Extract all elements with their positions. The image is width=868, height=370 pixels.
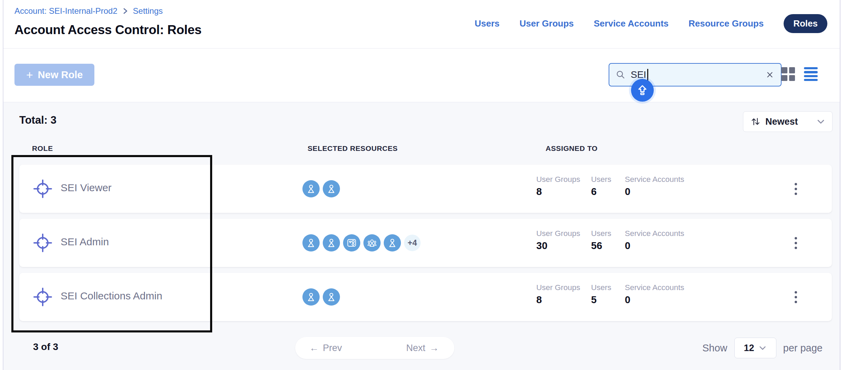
assigned-user-groups: User Groups 8 xyxy=(536,283,580,306)
search-input[interactable]: SEI xyxy=(631,69,646,80)
column-header-selected-resources: SELECTED RESOURCES xyxy=(308,144,398,153)
assigned-service-accounts: Service Accounts 0 xyxy=(625,283,684,306)
breadcrumb-chevron-icon xyxy=(122,8,128,14)
assigned-service-accounts: Service Accounts 0 xyxy=(625,175,684,197)
app-frame: Account: SEI-Internal-Prod2 Settings Acc… xyxy=(3,0,840,370)
page-title: Account Access Control: Roles xyxy=(14,23,202,37)
resource-user-icon xyxy=(323,180,340,197)
resource-user-icon xyxy=(323,234,340,251)
total-count: Total: 3 xyxy=(19,114,56,126)
role-name: SEI Admin xyxy=(61,236,109,248)
roles-list: SEI Viewer User Groups 8 Users 6 Service… xyxy=(19,165,832,327)
row-menu-button[interactable] xyxy=(789,179,803,198)
resource-user-icon xyxy=(384,234,401,251)
arrow-right-icon: → xyxy=(430,343,439,353)
toolbar: + New Role SEI xyxy=(3,49,840,102)
role-crosshair-icon xyxy=(32,178,54,200)
assigned-user-groups: User Groups 30 xyxy=(536,229,580,251)
tab-user-groups[interactable]: User Groups xyxy=(519,18,574,29)
assigned-service-accounts: Service Accounts 0 xyxy=(625,229,684,251)
selected-resources xyxy=(302,288,340,306)
list-view-icon[interactable] xyxy=(803,66,818,82)
assigned-user-groups: User Groups 8 xyxy=(536,175,580,197)
role-name: SEI Collections Admin xyxy=(61,290,162,302)
grid-view-icon[interactable] xyxy=(781,66,796,82)
sort-arrows-icon xyxy=(750,116,761,127)
page-size-control: Show 12 per page xyxy=(702,337,823,359)
role-name: SEI Viewer xyxy=(61,182,112,194)
selected-resources: +4 xyxy=(302,234,421,251)
row-menu-button[interactable] xyxy=(789,233,803,253)
plus-icon: + xyxy=(26,69,33,81)
more-resources-badge[interactable]: +4 xyxy=(404,235,421,251)
resource-user-icon xyxy=(302,288,320,306)
page-header: Account: SEI-Internal-Prod2 Settings Acc… xyxy=(3,0,840,49)
breadcrumb-account-link[interactable]: Account: SEI-Internal-Prod2 xyxy=(14,6,117,16)
role-crosshair-icon xyxy=(32,232,54,254)
sort-dropdown[interactable]: Newest xyxy=(743,111,833,132)
role-row-sei-admin[interactable]: SEI Admin +4 User Groups 30 Users 56 xyxy=(19,219,832,267)
resource-dashboard-icon xyxy=(343,234,360,251)
role-crosshair-icon xyxy=(32,286,54,308)
resource-user-icon xyxy=(323,288,340,306)
column-header-assigned-to: ASSIGNED TO xyxy=(546,144,598,153)
resource-user-group-icon xyxy=(363,234,381,251)
tab-service-accounts[interactable]: Service Accounts xyxy=(594,18,669,29)
page-range: 3 of 3 xyxy=(33,341,58,352)
clear-search-button[interactable] xyxy=(765,70,775,80)
new-role-button[interactable]: + New Role xyxy=(14,64,94,86)
top-nav: Users User Groups Service Accounts Resou… xyxy=(475,12,827,34)
role-row-sei-viewer[interactable]: SEI Viewer User Groups 8 Users 6 Service… xyxy=(19,165,832,213)
content-area: Total: 3 Newest ROLE SELECTED RESOURCES … xyxy=(3,102,840,370)
column-header-role: ROLE xyxy=(32,144,53,153)
role-row-sei-collections-admin[interactable]: SEI Collections Admin User Groups 8 User… xyxy=(19,273,832,321)
per-page-label: per page xyxy=(783,342,823,354)
chevron-down-icon xyxy=(816,117,825,126)
row-menu-button[interactable] xyxy=(789,287,803,307)
breadcrumb-settings-link[interactable]: Settings xyxy=(133,6,163,16)
sort-value: Newest xyxy=(765,116,798,127)
selected-resources xyxy=(302,180,340,197)
chevron-down-icon xyxy=(758,344,767,352)
page-size-select[interactable]: 12 xyxy=(734,338,776,358)
text-caret xyxy=(647,69,648,81)
assigned-users: Users 6 xyxy=(591,175,611,197)
tab-users[interactable]: Users xyxy=(475,18,499,29)
arrow-left-icon: ← xyxy=(309,343,319,353)
breadcrumb: Account: SEI-Internal-Prod2 Settings xyxy=(14,6,163,16)
prev-page-button[interactable]: ← Prev xyxy=(295,337,356,359)
resource-user-icon xyxy=(302,234,320,251)
next-page-button[interactable]: Next → xyxy=(391,337,454,359)
assigned-users: Users 5 xyxy=(591,283,611,306)
pagination: ← Prev 1 Next → xyxy=(295,337,454,359)
assigned-users: Users 56 xyxy=(591,229,611,251)
click-indicator-badge xyxy=(631,79,654,102)
tab-roles[interactable]: Roles xyxy=(784,14,827,33)
upload-arrow-icon xyxy=(636,84,649,96)
tab-resource-groups[interactable]: Resource Groups xyxy=(689,18,764,29)
page-1-button[interactable]: 1 xyxy=(356,337,391,359)
resource-user-icon xyxy=(302,180,320,197)
search-icon xyxy=(616,70,626,80)
show-label: Show xyxy=(702,342,727,354)
